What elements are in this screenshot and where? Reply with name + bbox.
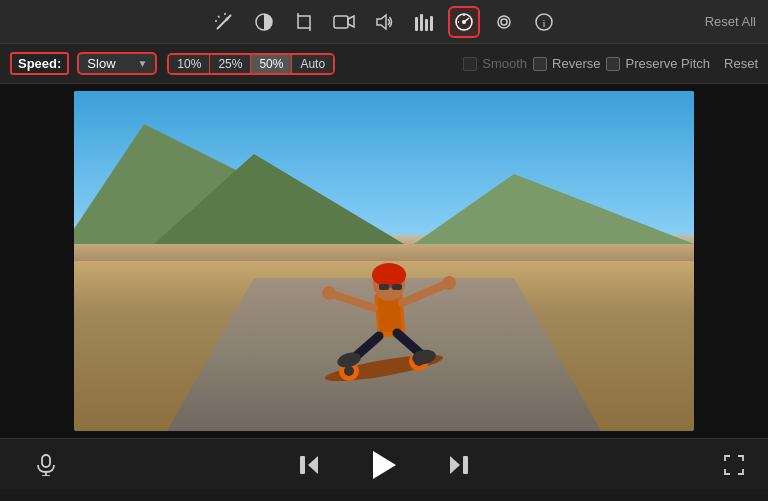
svg-rect-32 <box>377 296 402 333</box>
preserve-pitch-label: Preserve Pitch <box>625 56 710 71</box>
info-icon[interactable]: i <box>528 6 560 38</box>
svg-point-2 <box>226 17 229 20</box>
preset-25-button[interactable]: 25% <box>210 55 251 73</box>
preset-50-button[interactable]: 50% <box>251 55 292 73</box>
svg-rect-7 <box>298 16 310 28</box>
microphone-button[interactable] <box>30 449 62 481</box>
skip-forward-button[interactable] <box>442 449 474 481</box>
speed-reset-button[interactable]: Reset <box>724 56 758 71</box>
smooth-label: Smooth <box>482 56 527 71</box>
svg-marker-11 <box>348 16 354 27</box>
svg-marker-51 <box>373 451 396 479</box>
svg-rect-36 <box>392 284 402 290</box>
svg-line-19 <box>464 18 469 22</box>
svg-line-5 <box>218 16 220 18</box>
chevron-down-icon: ▼ <box>137 58 147 69</box>
reverse-checkbox <box>533 57 547 71</box>
magic-wand-icon[interactable] <box>208 6 240 38</box>
svg-marker-12 <box>377 15 386 29</box>
preserve-pitch-toggle[interactable]: Preserve Pitch <box>606 56 710 71</box>
video-area <box>0 84 768 438</box>
svg-point-40 <box>322 286 336 300</box>
svg-rect-13 <box>415 17 418 31</box>
video-frame <box>74 91 694 431</box>
top-toolbar: i Reset All <box>0 0 768 44</box>
svg-point-34 <box>372 263 406 287</box>
play-button[interactable] <box>366 447 402 483</box>
camera-icon[interactable] <box>328 6 360 38</box>
speed-dropdown[interactable]: Slow ▼ <box>77 52 157 75</box>
svg-rect-14 <box>420 14 423 31</box>
smooth-toggle[interactable]: Smooth <box>463 56 527 71</box>
preset-10-button[interactable]: 10% <box>169 55 210 73</box>
bottom-controls <box>0 438 768 490</box>
speed-icon[interactable] <box>448 6 480 38</box>
speed-dropdown-value: Slow <box>87 56 115 71</box>
svg-rect-50 <box>300 456 305 474</box>
equalizer-icon[interactable] <box>408 6 440 38</box>
fullscreen-button[interactable] <box>718 449 750 481</box>
svg-rect-16 <box>430 16 433 31</box>
smooth-checkbox <box>463 57 477 71</box>
svg-line-38 <box>329 293 374 308</box>
speed-label: Speed: <box>10 52 69 75</box>
effects-icon[interactable] <box>488 6 520 38</box>
svg-marker-52 <box>450 456 460 474</box>
reverse-toggle[interactable]: Reverse <box>533 56 600 71</box>
skateboarder-figure <box>274 193 494 393</box>
svg-rect-53 <box>463 456 468 474</box>
svg-marker-49 <box>308 456 318 474</box>
svg-text:i: i <box>542 17 545 29</box>
svg-rect-46 <box>42 455 50 467</box>
svg-line-0 <box>217 19 227 29</box>
preset-auto-button[interactable]: Auto <box>292 55 333 73</box>
svg-rect-10 <box>334 16 348 28</box>
crop-icon[interactable] <box>288 6 320 38</box>
color-balance-icon[interactable] <box>248 6 280 38</box>
svg-point-23 <box>501 19 507 25</box>
skip-back-button[interactable] <box>294 449 326 481</box>
reset-all-button[interactable]: Reset All <box>705 14 756 29</box>
reverse-label: Reverse <box>552 56 600 71</box>
speed-presets: 10% 25% 50% Auto <box>167 53 335 75</box>
speed-bar: Speed: Slow ▼ 10% 25% 50% Auto Smooth Re… <box>0 44 768 84</box>
video-scene <box>74 91 694 431</box>
svg-rect-35 <box>379 284 389 290</box>
svg-point-22 <box>498 16 510 28</box>
svg-point-28 <box>344 366 354 376</box>
svg-line-39 <box>402 283 449 303</box>
svg-rect-15 <box>425 19 428 31</box>
preserve-pitch-checkbox <box>606 57 620 71</box>
audio-icon[interactable] <box>368 6 400 38</box>
svg-point-41 <box>442 276 456 290</box>
